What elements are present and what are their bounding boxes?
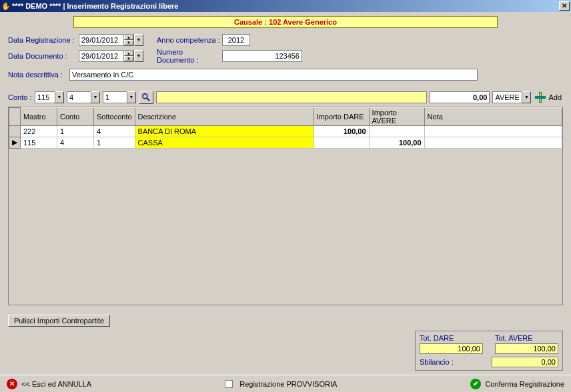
- cell-nota[interactable]: [424, 137, 562, 148]
- col-descrizione[interactable]: Descrizione: [135, 108, 314, 126]
- nota-descrittiva-input[interactable]: [69, 69, 478, 81]
- plus-icon: [535, 92, 546, 103]
- importo-input[interactable]: [430, 91, 490, 103]
- label-nota-descrittiva: Nota descrittiva :: [8, 71, 69, 79]
- sbilancio-value: 0,00: [492, 357, 558, 367]
- cell-conto[interactable]: 4: [57, 137, 94, 148]
- row-selector[interactable]: [9, 125, 21, 137]
- spin-down-icon[interactable]: ▼: [124, 56, 133, 61]
- data-registrazione-spinner[interactable]: ▲▼: [124, 34, 134, 46]
- col-mastro[interactable]: Mastro: [21, 108, 57, 126]
- label-data-registrazione: Data Registrazione :: [8, 36, 79, 44]
- conto-sotto-combo[interactable]: ▼: [103, 91, 136, 103]
- close-button[interactable]: ✕: [559, 1, 570, 11]
- label-sbilancio: Sbilancio :: [420, 358, 454, 366]
- conto-mastro-combo[interactable]: ▼: [35, 91, 64, 103]
- label-data-documento: Data Documento :: [8, 52, 79, 60]
- entries-grid[interactable]: Mastro Conto Sottoconto Descrizione Impo…: [9, 107, 562, 149]
- label-numero-documento: Numero Documento :: [157, 48, 222, 64]
- col-nota[interactable]: Nota: [424, 108, 562, 126]
- cell-mastro[interactable]: 222: [21, 125, 57, 137]
- footer-bar: ✕ << Esci ed ANNULLA Registrazione PROVV…: [0, 375, 571, 392]
- checkbox-icon[interactable]: [225, 380, 233, 388]
- esci-label: << Esci ed ANNULLA: [21, 380, 91, 388]
- grid-container: Mastro Conto Sottoconto Descrizione Impo…: [8, 107, 563, 305]
- label-tot-dare: Tot. DARE: [420, 334, 483, 342]
- pulisci-importi-button[interactable]: Pulisci Importi Contropartite: [8, 315, 110, 327]
- conto-conto-input[interactable]: [67, 91, 91, 103]
- col-sottoconto[interactable]: Sottoconto: [94, 108, 135, 126]
- spin-up-icon[interactable]: ▲: [124, 35, 133, 40]
- causale-banner: Causale : 102 Avere Generico: [73, 16, 498, 28]
- tot-avere-value: 100,00: [495, 343, 558, 354]
- cell-descrizione[interactable]: CASSA: [135, 137, 314, 148]
- conferma-registrazione-button[interactable]: ✔ Conferma Registrazione: [470, 379, 564, 389]
- table-row[interactable]: ▶ 115 4 1 CASSA 100,00: [9, 137, 562, 148]
- cell-conto[interactable]: 1: [57, 125, 94, 137]
- conferma-label: Conferma Registrazione: [485, 380, 564, 388]
- cell-nota[interactable]: [424, 125, 562, 137]
- data-documento-input[interactable]: [79, 50, 124, 62]
- conto-sotto-input[interactable]: [103, 91, 127, 103]
- chevron-down-icon[interactable]: ▼: [127, 91, 136, 103]
- row-selector-header: [9, 108, 21, 126]
- tipo-input[interactable]: [492, 91, 522, 103]
- tot-dare-value: 100,00: [420, 343, 483, 354]
- chevron-down-icon[interactable]: ▼: [522, 91, 531, 103]
- data-documento-spinner[interactable]: ▲▼: [124, 50, 134, 62]
- window-titlebar: ✋ **** DEMO **** | Inserimento Registraz…: [0, 0, 571, 12]
- spin-up-icon[interactable]: ▲: [124, 51, 133, 56]
- add-button[interactable]: Add: [534, 91, 563, 104]
- cell-dare[interactable]: [314, 137, 369, 148]
- tipo-combo[interactable]: ▼: [492, 91, 531, 103]
- confirm-icon: ✔: [470, 379, 481, 389]
- registrazione-provvisoria-checkbox[interactable]: Registrazione PROVVISORIA: [225, 380, 337, 388]
- cancel-icon: ✕: [7, 379, 17, 389]
- provvisoria-label: Registrazione PROVVISORIA: [239, 380, 337, 388]
- table-row[interactable]: 222 1 4 BANCA DI ROMA 100,00: [9, 125, 562, 137]
- numero-documento-input[interactable]: [222, 50, 302, 62]
- col-conto[interactable]: Conto: [57, 108, 94, 126]
- anno-competenza-input[interactable]: [222, 34, 250, 46]
- chevron-down-icon[interactable]: ▼: [91, 91, 100, 103]
- search-icon: [141, 93, 151, 102]
- totals-panel: Tot. DARE 100,00 Tot. AVERE 100,00 Sbila…: [415, 331, 563, 371]
- cell-sotto[interactable]: 4: [94, 125, 135, 137]
- conto-conto-combo[interactable]: ▼: [67, 91, 100, 103]
- label-conto: Conto :: [8, 93, 32, 101]
- conto-row: Conto : ▼ ▼ ▼ ▼ Add: [0, 88, 571, 107]
- svg-line-1: [147, 98, 149, 101]
- row-selector[interactable]: ▶: [9, 137, 21, 148]
- esci-annulla-button[interactable]: ✕ << Esci ed ANNULLA: [7, 379, 91, 389]
- conto-mastro-input[interactable]: [35, 91, 55, 103]
- spin-down-icon[interactable]: ▼: [124, 40, 133, 45]
- data-documento-dropdown[interactable]: ▼: [134, 50, 143, 62]
- data-registrazione-input[interactable]: [79, 34, 124, 46]
- search-button[interactable]: [139, 91, 153, 104]
- label-tot-avere: Tot. AVERE: [495, 334, 558, 342]
- cell-avere[interactable]: 100,00: [369, 137, 424, 148]
- app-icon: ✋: [1, 2, 11, 11]
- add-label: Add: [548, 93, 562, 101]
- col-importo-avere[interactable]: Importo AVERE: [369, 108, 424, 126]
- data-registrazione-dropdown[interactable]: ▼: [134, 34, 143, 46]
- svg-point-0: [143, 94, 147, 99]
- cell-avere[interactable]: [369, 125, 424, 137]
- cell-mastro[interactable]: 115: [21, 137, 57, 148]
- col-importo-dare[interactable]: Importo DARE: [314, 108, 369, 126]
- form-area: Data Registrazione : ▲▼ ▼ Anno competenz…: [0, 32, 571, 88]
- cell-sotto[interactable]: 1: [94, 137, 135, 148]
- window-title: **** DEMO **** | Inserimento Registrazio…: [11, 2, 559, 10]
- chevron-down-icon[interactable]: ▼: [55, 91, 64, 103]
- descrizione-display: [156, 91, 427, 103]
- cell-descrizione[interactable]: BANCA DI ROMA: [135, 125, 314, 137]
- cell-dare[interactable]: 100,00: [314, 125, 369, 137]
- label-anno-competenza: Anno competenza :: [157, 36, 222, 44]
